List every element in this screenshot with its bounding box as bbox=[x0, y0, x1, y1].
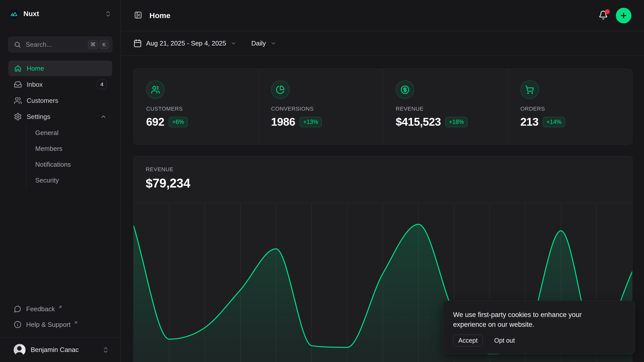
home-icon bbox=[14, 64, 22, 72]
inbox-icon bbox=[14, 80, 22, 88]
notifications-button[interactable] bbox=[598, 10, 609, 21]
date-range-label: Aug 21, 2025 - Sep 4, 2025 bbox=[146, 39, 226, 47]
stat-label: ORDERS bbox=[520, 106, 632, 112]
cookie-optout-button[interactable]: Opt out bbox=[494, 337, 515, 344]
sidebar-item-label: Settings bbox=[27, 113, 95, 121]
external-link-icon bbox=[58, 305, 63, 310]
date-range-picker[interactable]: Aug 21, 2025 - Sep 4, 2025 bbox=[133, 39, 237, 48]
kbd-meta: ⌘ bbox=[88, 40, 98, 49]
header-actions bbox=[598, 8, 631, 23]
stat-delta-badge: +18% bbox=[446, 117, 467, 127]
cookie-message: We use first-party cookies to enhance yo… bbox=[453, 310, 610, 330]
footer-item-label: Feedback bbox=[26, 305, 55, 313]
sidebar-nav: Home Inbox 4 Customers Settings General … bbox=[8, 61, 112, 188]
chevrons-up-down-icon bbox=[105, 10, 112, 17]
sidebar-spacer bbox=[0, 188, 120, 301]
main-area: Home Aug 21, 2025 - Sep 4, 2025 Daily bbox=[121, 0, 644, 362]
sidebar-item-settings[interactable]: Settings bbox=[8, 109, 112, 124]
cookie-accept-button[interactable]: Accept bbox=[453, 335, 483, 346]
sidebar-item-feedback[interactable]: Feedback bbox=[8, 301, 112, 317]
chevron-down-icon bbox=[270, 40, 276, 47]
sidebar-item-inbox[interactable]: Inbox 4 bbox=[8, 77, 112, 92]
external-link-icon bbox=[73, 320, 78, 325]
sidebar-item-general[interactable]: General bbox=[35, 125, 112, 141]
user-name: Benjamin Canac bbox=[31, 346, 97, 354]
footer-item-label: Help & Support bbox=[26, 321, 70, 329]
dollar-circle-icon bbox=[400, 85, 410, 94]
revenue-chart-value: $79,234 bbox=[146, 176, 620, 191]
org-switcher[interactable]: Nuxt bbox=[8, 7, 112, 21]
sidebar: Nuxt Search... ⌘ K Home Inbox 4 Cu bbox=[0, 0, 121, 362]
cookie-actions: Accept Opt out bbox=[453, 335, 625, 346]
sidebar-collapse-button[interactable] bbox=[133, 11, 143, 20]
sidebar-item-help-support[interactable]: Help & Support bbox=[8, 317, 112, 332]
avatar bbox=[14, 344, 26, 356]
revenue-chart-label: REVENUE bbox=[146, 166, 620, 173]
stat-value: $415,523 bbox=[396, 116, 441, 128]
stat-value: 213 bbox=[520, 116, 539, 128]
search-placeholder: Search... bbox=[26, 41, 84, 49]
stat-icon-badge bbox=[146, 80, 165, 99]
stat-delta-badge: +13% bbox=[300, 117, 321, 127]
stat-label: REVENUE bbox=[396, 106, 508, 112]
stat-orders[interactable]: ORDERS 213 +14% bbox=[508, 69, 632, 144]
page-header: Home bbox=[121, 0, 644, 31]
chevrons-up-down-icon bbox=[102, 346, 109, 353]
stat-value: 692 bbox=[146, 116, 164, 128]
stat-conversions[interactable]: CONVERSIONS 1986 +13% bbox=[258, 69, 383, 144]
stat-label: CUSTOMERS bbox=[146, 106, 258, 112]
panel-left-close-icon bbox=[134, 11, 142, 19]
sidebar-footer: Feedback Help & Support bbox=[8, 301, 112, 332]
sidebar-item-customers[interactable]: Customers bbox=[8, 93, 112, 108]
chevron-down-icon bbox=[230, 40, 237, 47]
add-button[interactable] bbox=[616, 8, 631, 23]
period-label: Daily bbox=[251, 39, 266, 47]
filters-toolbar: Aug 21, 2025 - Sep 4, 2025 Daily bbox=[121, 31, 644, 56]
gear-icon bbox=[14, 113, 22, 121]
stat-delta-badge: +14% bbox=[543, 117, 565, 127]
stat-icon-badge bbox=[520, 80, 539, 99]
stat-revenue[interactable]: REVENUE $415,523 +18% bbox=[383, 69, 508, 144]
sidebar-item-members[interactable]: Members bbox=[35, 141, 112, 157]
subnav-label: Notifications bbox=[35, 161, 71, 168]
sidebar-item-label: Inbox bbox=[27, 81, 92, 88]
calendar-icon bbox=[133, 39, 142, 48]
notification-dot bbox=[605, 9, 610, 14]
stat-icon-badge bbox=[271, 80, 290, 99]
stat-icon-badge bbox=[396, 80, 414, 99]
sidebar-item-home[interactable]: Home bbox=[8, 61, 112, 76]
info-circle-icon bbox=[14, 321, 21, 328]
inbox-count-badge: 4 bbox=[97, 80, 107, 89]
user-menu[interactable]: Benjamin Canac bbox=[0, 337, 120, 362]
revenue-chart-header: REVENUE $79,234 bbox=[134, 156, 632, 191]
sidebar-item-label: Customers bbox=[27, 97, 107, 105]
stats-summary-card: CUSTOMERS 692 +6% CONVERSIONS 1986 +13% bbox=[133, 69, 632, 145]
org-name: Nuxt bbox=[23, 10, 100, 18]
stat-value: 1986 bbox=[271, 116, 295, 128]
sidebar-item-security[interactable]: Security bbox=[35, 172, 112, 188]
subnav-label: General bbox=[35, 129, 59, 137]
search-shortcut: ⌘ K bbox=[88, 40, 109, 49]
kbd-k: K bbox=[99, 40, 109, 49]
chevron-up-icon bbox=[100, 113, 107, 120]
sidebar-item-label: Home bbox=[27, 65, 107, 72]
pie-chart-icon bbox=[276, 85, 285, 94]
stat-label: CONVERSIONS bbox=[271, 106, 383, 112]
subnav-label: Members bbox=[35, 145, 62, 153]
chat-bubble-icon bbox=[14, 305, 21, 313]
stat-customers[interactable]: CUSTOMERS 692 +6% bbox=[134, 69, 258, 144]
period-select[interactable]: Daily bbox=[251, 39, 276, 47]
cart-icon bbox=[525, 85, 534, 94]
search-icon bbox=[14, 41, 21, 48]
nuxt-logo-icon bbox=[9, 9, 19, 19]
app-root: Nuxt Search... ⌘ K Home Inbox 4 Cu bbox=[0, 0, 644, 362]
users-icon bbox=[14, 97, 22, 105]
cookie-banner: We use first-party cookies to enhance yo… bbox=[443, 301, 635, 354]
plus-icon bbox=[620, 12, 628, 20]
page-title: Home bbox=[149, 11, 170, 20]
search-input[interactable]: Search... ⌘ K bbox=[8, 37, 112, 52]
subnav-label: Security bbox=[35, 176, 59, 184]
settings-subnav: General Members Notifications Security bbox=[26, 125, 112, 188]
stat-delta-badge: +6% bbox=[169, 117, 188, 127]
sidebar-item-notifications[interactable]: Notifications bbox=[35, 157, 112, 172]
